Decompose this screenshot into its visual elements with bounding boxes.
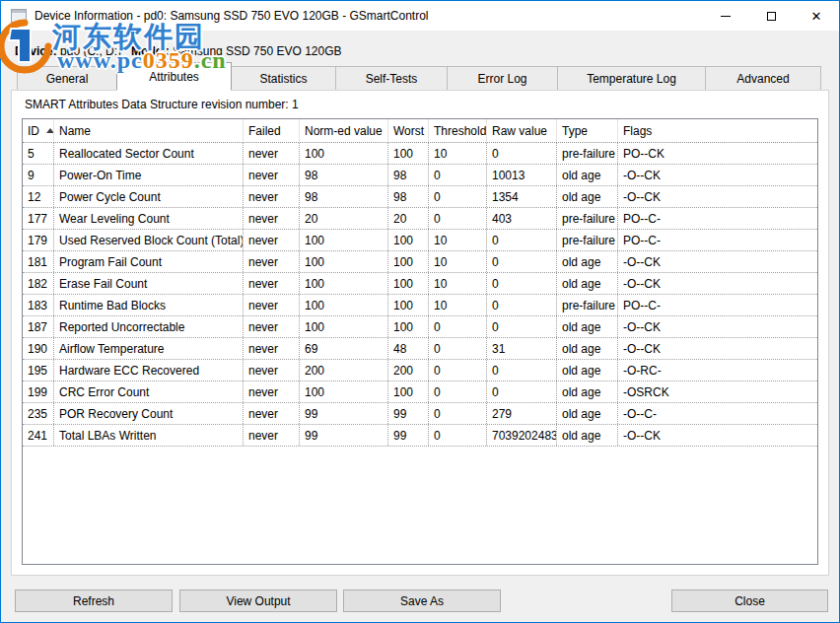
cell-worst: 20 bbox=[388, 208, 429, 229]
tab-statistics[interactable]: Statistics bbox=[231, 66, 336, 90]
table-row[interactable]: 235POR Recovery Countnever99990279old ag… bbox=[23, 403, 817, 425]
cell-name: Program Fail Count bbox=[54, 251, 244, 272]
cell-flags: -O--CK bbox=[618, 425, 817, 446]
cell-name: Power Cycle Count bbox=[54, 186, 244, 207]
cell-failed: never bbox=[244, 403, 300, 424]
cell-worst: 99 bbox=[388, 425, 429, 446]
cell-flags: -O--CK bbox=[618, 338, 817, 359]
tab-general[interactable]: General bbox=[17, 66, 117, 90]
cell-worst: 48 bbox=[388, 338, 429, 359]
app-window-icon bbox=[11, 9, 27, 23]
cell-type: old age bbox=[557, 403, 618, 424]
column-header-worst[interactable]: Worst bbox=[388, 119, 429, 142]
cell-type: old age bbox=[557, 338, 618, 359]
cell-raw-value: 0 bbox=[487, 316, 557, 337]
cell-norm-ed-value: 100 bbox=[300, 316, 388, 337]
column-header-failed[interactable]: Failed bbox=[244, 119, 300, 142]
cell-id: 181 bbox=[23, 251, 54, 272]
device-value: pd0 (C:, D:) bbox=[60, 44, 121, 58]
sort-ascending-icon bbox=[46, 128, 54, 133]
table-row[interactable]: 181Program Fail Countnever100100100old a… bbox=[23, 251, 817, 273]
cell-failed: never bbox=[244, 316, 300, 337]
table-row[interactable]: 9Power-On Timenever9898010013old age-O--… bbox=[23, 165, 817, 186]
model-label: Model: bbox=[131, 44, 170, 58]
cell-worst: 100 bbox=[388, 316, 429, 337]
cell-type: old age bbox=[557, 273, 618, 294]
cell-failed: never bbox=[244, 381, 300, 402]
cell-threshold: 0 bbox=[429, 186, 487, 207]
tab-advanced[interactable]: Advanced bbox=[705, 66, 821, 90]
view-output-button[interactable]: View Output bbox=[179, 589, 337, 612]
cell-flags: -O--CK bbox=[618, 251, 817, 272]
table-row[interactable]: 5Reallocated Sector Countnever100100100p… bbox=[23, 143, 817, 165]
tab-error-log[interactable]: Error Log bbox=[447, 66, 558, 90]
cell-type: old age bbox=[557, 186, 618, 207]
cell-norm-ed-value: 98 bbox=[300, 165, 388, 185]
refresh-button[interactable]: Refresh bbox=[15, 589, 173, 612]
cell-worst: 100 bbox=[388, 381, 429, 402]
maximize-button[interactable] bbox=[748, 1, 794, 31]
table-row[interactable]: 183Runtime Bad Blocksnever100100100pre-f… bbox=[23, 295, 817, 316]
column-header-threshold[interactable]: Threshold bbox=[429, 119, 487, 142]
cell-norm-ed-value: 99 bbox=[300, 403, 388, 424]
column-header-raw-value[interactable]: Raw value bbox=[487, 119, 557, 142]
tab-temperature-log[interactable]: Temperature Log bbox=[557, 66, 706, 90]
tab-bar: GeneralAttributesStatisticsSelf-TestsErr… bbox=[17, 62, 820, 90]
save-as-button[interactable]: Save As bbox=[343, 589, 501, 612]
cell-raw-value: 10013 bbox=[487, 165, 557, 185]
smart-revision-label: SMART Attributes Data Structure revision… bbox=[25, 98, 299, 111]
cell-type: old age bbox=[557, 316, 618, 337]
table-row[interactable]: 199CRC Error Countnever10010000old age-O… bbox=[23, 381, 817, 403]
cell-threshold: 0 bbox=[429, 360, 487, 381]
cell-raw-value: 70392024835 bbox=[487, 425, 557, 446]
cell-norm-ed-value: 20 bbox=[300, 208, 388, 229]
column-header-norm-ed-value[interactable]: Norm-ed value bbox=[300, 119, 388, 142]
smart-attributes-table: IDNameFailedNorm-ed valueWorstThresholdR… bbox=[22, 118, 818, 565]
attributes-tab-page: SMART Attributes Data Structure revision… bbox=[11, 90, 829, 576]
table-row[interactable]: 241Total LBAs Writtennever99990703920248… bbox=[23, 425, 817, 447]
cell-raw-value: 31 bbox=[487, 338, 557, 359]
cell-type: old age bbox=[557, 165, 618, 185]
table-row[interactable]: 182Erase Fail Countnever100100100old age… bbox=[23, 273, 817, 295]
cell-norm-ed-value: 100 bbox=[300, 295, 388, 315]
cell-raw-value: 0 bbox=[487, 381, 557, 402]
cell-flags: PO--C- bbox=[618, 295, 817, 315]
cell-name: Reallocated Sector Count bbox=[54, 143, 244, 164]
close-button[interactable]: ✕ bbox=[794, 1, 839, 31]
tab-self-tests[interactable]: Self-Tests bbox=[335, 66, 448, 90]
table-row[interactable]: 12Power Cycle Countnever989801354old age… bbox=[23, 186, 817, 208]
device-information-dialog: Device Information - pd0: Samsung SSD 75… bbox=[0, 0, 840, 623]
cell-type: old age bbox=[557, 381, 618, 402]
table-row[interactable]: 187Reported Uncorrectablenever10010000ol… bbox=[23, 316, 817, 338]
cell-failed: never bbox=[244, 165, 300, 185]
cell-failed: never bbox=[244, 360, 300, 381]
column-header-type[interactable]: Type bbox=[557, 119, 618, 142]
column-header-flags[interactable]: Flags bbox=[618, 119, 817, 142]
cell-failed: never bbox=[244, 273, 300, 294]
cell-threshold: 0 bbox=[429, 381, 487, 402]
cell-name: Wear Leveling Count bbox=[54, 208, 244, 229]
table-row[interactable]: 190Airflow Temperaturenever6948031old ag… bbox=[23, 338, 817, 360]
cell-id: 177 bbox=[23, 208, 54, 229]
close-dialog-button[interactable]: Close bbox=[671, 589, 828, 612]
cell-name: Power-On Time bbox=[54, 165, 244, 185]
cell-flags: -O--CK bbox=[618, 273, 817, 294]
table-row[interactable]: 195Hardware ECC Recoverednever20020000ol… bbox=[23, 360, 817, 381]
cell-raw-value: 1354 bbox=[487, 186, 557, 207]
cell-worst: 100 bbox=[388, 230, 429, 250]
table-row[interactable]: 177Wear Leveling Countnever20200403pre-f… bbox=[23, 208, 817, 230]
cell-raw-value: 0 bbox=[487, 143, 557, 164]
column-header-name[interactable]: Name bbox=[54, 119, 244, 142]
cell-name: CRC Error Count bbox=[54, 381, 244, 402]
cell-norm-ed-value: 100 bbox=[300, 143, 388, 164]
cell-worst: 98 bbox=[388, 186, 429, 207]
table-row[interactable]: 179Used Reserved Block Count (Total)neve… bbox=[23, 230, 817, 251]
cell-flags: -OSRCK bbox=[618, 381, 817, 402]
cell-worst: 99 bbox=[388, 403, 429, 424]
cell-name: POR Recovery Count bbox=[54, 403, 244, 424]
minimize-button[interactable] bbox=[703, 1, 748, 31]
column-header-id[interactable]: ID bbox=[23, 119, 54, 142]
cell-threshold: 0 bbox=[429, 338, 487, 359]
cell-type: pre-failure bbox=[557, 208, 618, 229]
tab-attributes[interactable]: Attributes bbox=[116, 62, 232, 91]
